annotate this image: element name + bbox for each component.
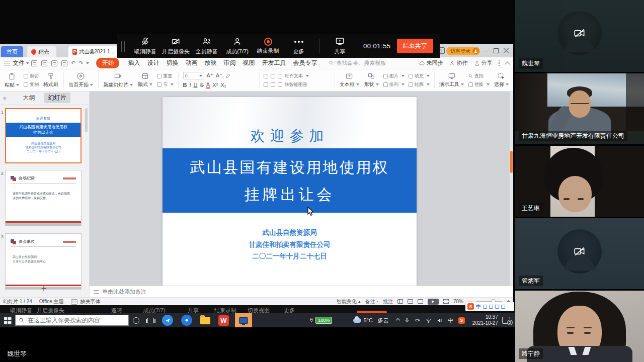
weather-desc[interactable]: 多云 [378,317,389,324]
camera-on-button[interactable]: 开启摄像头 [160,37,191,55]
bb-record[interactable]: 结束录制 [214,307,236,313]
collapse-panel-icon[interactable]: « [3,95,7,102]
drag-handle-icon[interactable] [121,41,125,52]
weather-temp[interactable]: 5°C [363,317,372,323]
slide-thumbnail-1[interactable]: 欢迎参加 武山县国有建设用地使用权 挂牌出让会 武山县自然资源局 甘肃佳和拍卖有… [5,108,82,163]
sync-status[interactable]: 未同步 [419,59,443,67]
bb-share[interactable]: 共享 [188,307,199,313]
panel-scrollbar[interactable] [85,108,88,132]
mute-all-button[interactable]: 全员静音 [191,37,222,55]
font-color-button[interactable]: A [206,81,210,88]
sorter-view-icon[interactable] [408,299,413,304]
cortana-button[interactable] [133,317,139,324]
file-menu[interactable]: 文件 [13,59,25,67]
align-right-icon[interactable] [278,82,282,87]
arrange-button[interactable]: 排列 [383,81,405,88]
ribbon-tab-start[interactable]: 开始 [96,58,119,68]
missing-font-warning[interactable]: T? 缺失字体 [71,298,101,305]
font-size-box[interactable]: 0 [183,72,204,79]
tray-usb[interactable] [415,318,421,323]
tab-outline[interactable]: 大纲 [19,93,39,103]
align-text-button[interactable]: 对齐文本 [285,73,309,79]
participant-tile[interactable]: 王艺琳 [515,146,644,217]
ime-grid-icon[interactable] [501,305,505,309]
smart-graphics-button[interactable]: 转智能图形 [285,81,307,88]
collaborate-button[interactable]: 协作 [449,59,468,67]
collapse-ribbon-icon[interactable] [505,61,510,66]
superscript-button[interactable]: X² [212,82,218,88]
history-caret-icon[interactable] [86,62,89,64]
ribbon-tab-animation[interactable]: 动画 [185,59,197,67]
hamburger-icon[interactable] [4,61,10,65]
add-slide-button[interactable]: + [36,284,51,294]
increase-font-button[interactable]: A⁺ [207,72,213,79]
current-slide[interactable]: 欢迎参加 武山县国有建设用地使用权 挂牌出让会 武山县自然资源局 甘肃佳和拍卖有… [163,97,417,286]
undo-icon[interactable]: ↶ [71,60,75,66]
beautify-button[interactable]: 智能美化 ▴ [337,298,361,305]
fill-button[interactable]: 填充 [409,73,430,79]
export-icon[interactable] [41,60,47,66]
outline-button[interactable]: 轮廓 [409,81,430,88]
theme-name[interactable]: Office 主题 [39,298,64,305]
format-painter-button[interactable]: 格式刷 [41,70,61,90]
ime-tool-icon[interactable] [483,305,487,309]
cut-button[interactable]: 剪切 [24,73,39,79]
indent-icon[interactable] [278,74,282,78]
ime-mic-icon[interactable] [489,305,493,309]
tab-home[interactable]: 首页 [1,46,23,57]
picture-button[interactable]: 图片 [383,73,405,79]
copy-button[interactable]: 复制 [24,81,39,88]
notes-button[interactable]: 备注 · [365,298,378,305]
ime-toolbar[interactable]: S 中 [465,302,514,311]
number-list-icon[interactable] [271,74,275,78]
participant-tile[interactable]: 甘肃九洲恒业房地产开发有限责任公司 [515,73,644,144]
fit-slide-icon[interactable] [443,299,449,304]
preview-icon[interactable] [61,60,67,66]
battery-indicator[interactable]: 100% [309,317,332,324]
align-left-icon[interactable] [264,82,268,87]
tab-slides[interactable]: 幻灯片 [44,93,70,103]
canvas-scrollbar[interactable] [510,92,513,286]
participant-tile[interactable]: 魏世琴 [515,0,644,72]
bold-button[interactable]: B [183,82,187,88]
bb-switch-view[interactable]: 切换视图 [248,307,270,313]
minimize-button[interactable] [483,48,489,54]
paste-button[interactable]: 粘贴 [2,70,22,90]
meeting-app-button[interactable] [162,315,173,326]
normal-view-icon[interactable] [397,299,403,304]
start-button[interactable] [0,317,15,324]
comments-button[interactable]: 批注 [383,298,393,305]
ribbon-tab-transition[interactable]: 切换 [166,59,178,67]
ribbon-tab-review[interactable]: 审阅 [223,59,235,67]
clear-format-icon[interactable] [225,73,231,79]
notes-bar[interactable]: 单击此处添加备注 [90,286,513,297]
underline-button[interactable]: U [194,82,198,88]
participant-tile[interactable]: 管炳军 [515,218,644,289]
replace-button[interactable]: 替换 [468,81,490,88]
wps-app-button[interactable]: W [218,315,229,326]
ribbon-tab-member[interactable]: 会员专享 [293,59,317,67]
ribbon-tab-devtools[interactable]: 开发工具 [262,59,286,67]
weather-icon[interactable] [353,318,361,323]
bb-invite[interactable]: 邀请 [111,307,122,313]
bb-more[interactable]: 更多 [284,307,295,313]
tray-network[interactable] [426,318,432,323]
zoom-level[interactable]: 78% [453,299,463,304]
ime-indicator[interactable]: 中 [448,317,453,324]
ime-mode[interactable]: 中 [476,303,481,310]
present-tools-button[interactable]: 演示工具 [437,70,466,90]
tray-expand-button[interactable] [396,319,399,322]
new-slide-button[interactable]: 新建幻灯片 [101,70,135,90]
unmute-button[interactable]: 取消静音 [130,37,160,55]
clock[interactable]: 10:37 2021-10-27 [472,314,498,326]
blue-app-button[interactable] [181,315,192,326]
tray-volume[interactable] [437,318,443,323]
save-icon[interactable] [31,60,37,66]
end-share-button[interactable]: 结束共享 [397,39,433,53]
more-menu-icon[interactable] [499,60,500,66]
guest-login-button[interactable]: 访客登录 [446,47,480,55]
slide-canvas[interactable]: 欢迎参加 武山县国有建设用地使用权 挂牌出让会 武山县自然资源局 甘肃佳和拍卖有… [90,92,513,286]
select-button[interactable]: 选择 [492,70,511,90]
command-search[interactable]: 查找命令、搜索模板 [329,59,386,67]
ribbon-tab-view[interactable]: 视图 [243,59,255,67]
